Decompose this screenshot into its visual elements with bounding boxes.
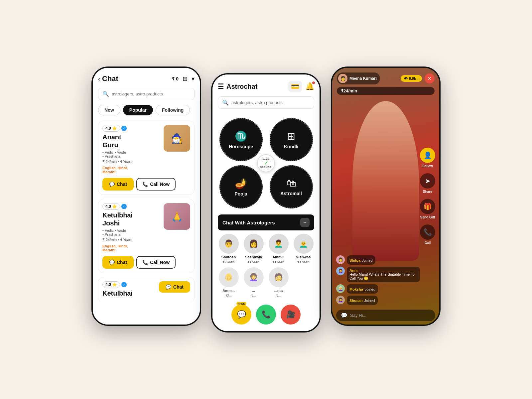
chat-with-title: Chat With Astrologers (222, 220, 275, 225)
experience-2: 4 Years (120, 238, 132, 242)
tab-new[interactable]: New (98, 105, 120, 115)
card-buttons-1: 💬 Chat 📞 Call Now (102, 178, 190, 191)
chat-button-1[interactable]: 💬 Chat (102, 178, 134, 191)
chat-with-section: Chat With Astrologers → 👨 Santosh ₹22/Mi… (218, 214, 314, 298)
chat-list-screen: ‹ Chat ₹ 0 ⊞ ▾ 🔍 New Popular Following (93, 68, 200, 325)
card-buttons-2: 💬 Chat 📞 Call Now (102, 256, 190, 269)
shilpa-msg-content: Shilpa Joined (347, 255, 375, 265)
live-user-badge[interactable]: 👩 Meena Kumari (337, 72, 380, 84)
sashikala-price: ₹17/Min (247, 260, 259, 264)
mini-astrologer-sashikala[interactable]: 👩 Sashikala ₹17/Min (243, 234, 264, 264)
category-horoscope[interactable]: ♏ Horoscope (219, 118, 263, 161)
mini-astrologer-santosh[interactable]: 👨 Santosh ₹22/Min (218, 234, 239, 264)
chat-button-3[interactable]: 💬 Chat (159, 281, 190, 293)
wallet-icon[interactable]: 💳 (288, 81, 302, 92)
chevron-icon: › (417, 76, 419, 80)
bottom-nav-btns: FREE 💬 📞 🎥 (218, 305, 314, 325)
follow-action[interactable]: 👤 Follow (420, 148, 435, 168)
chat-with-header: Chat With Astrologers → (218, 214, 314, 230)
mini-astrologer-6[interactable]: 👩‍🦱 ... ₹... (243, 267, 264, 298)
call-action[interactable]: 📞 Call (420, 224, 435, 245)
check-icon: ✓ (264, 161, 268, 166)
safe-secure-badge: SAFE ✓ SECURE (257, 154, 275, 172)
menu-icon[interactable]: ☰ (218, 82, 224, 90)
astrologers-row: 👨 Santosh ₹22/Min 👩 Sashikala ₹17/Min 👨‍… (218, 234, 314, 264)
say-hi-placeholder: Say Hi... (350, 313, 366, 318)
vishwas-price: ₹17/Min (297, 260, 309, 264)
chat-label-1: Chat (117, 182, 127, 187)
card-info-3: 4.0 ⭐ ✓ Ketulbhai (102, 281, 159, 299)
amm-avatar: 👴 (219, 267, 239, 287)
chat-label-2: Chat (117, 260, 127, 265)
tabs-row: New Popular Following (98, 105, 195, 115)
notification-icon[interactable]: 🔔 (305, 82, 314, 91)
gift-action[interactable]: 🎁 Send Gift (420, 199, 435, 219)
chat-header: ‹ Chat ₹ 0 ⊞ ▾ (98, 74, 195, 83)
astrologer-name-2: KetulbhaiJoshi (102, 211, 164, 227)
chat-button-2[interactable]: 💬 Chat (102, 256, 134, 269)
chat-icon-2: 💬 (109, 260, 115, 265)
viewers-badge: 👁 9.9k › (401, 75, 422, 82)
search-input-2[interactable] (231, 100, 310, 105)
anni-avatar: 👩‍🦱 (336, 267, 345, 275)
shusan-joined: Joined (364, 299, 375, 303)
a7-name: ...nta (274, 289, 283, 293)
a6-avatar: 👩‍🦱 (244, 267, 264, 287)
filter-icon[interactable]: ▾ (192, 75, 195, 82)
chat-nav-btn[interactable]: 💬 (231, 305, 251, 325)
call-button-1[interactable]: 📞 Call Now (136, 178, 176, 191)
call-nav-btn[interactable]: 📞 (256, 305, 276, 325)
mini-astrologer-amm[interactable]: 👴 Amm... ₹2... (218, 267, 239, 298)
chat-messages: 👩 Shilpa Joined 👩‍🦱 Anni Hello Mam! What… (336, 255, 435, 305)
card-info-2: 4.0 ⭐ ✓ KetulbhaiJoshi • Vedic • Vastu• … (102, 203, 164, 252)
chat-header-left: ‹ Chat (98, 74, 118, 83)
verified-icon-1: ✓ (121, 126, 127, 131)
amit-name: Amit Ji (272, 255, 285, 259)
tab-following[interactable]: Following (156, 105, 190, 115)
balance-display: ₹ 0 (172, 76, 179, 81)
price-per-min: ₹24/min (337, 87, 435, 95)
share-action[interactable]: ➤ Share (420, 173, 435, 194)
close-live-button[interactable]: ✕ (425, 73, 435, 83)
specialties-1: • Vedic • Vastu• Prashana (102, 150, 164, 158)
horoscope-icon: ♏ (235, 130, 247, 142)
live-stream-screen: 👩 Meena Kumari 👁 9.9k › ✕ ₹24/min (332, 68, 439, 325)
call-button-2[interactable]: 📞 Call Now (136, 256, 176, 269)
category-kundli[interactable]: ⊞ Kundli (270, 118, 313, 161)
santosh-price: ₹22/Min (222, 260, 234, 264)
search-bar-2: 🔍 (218, 96, 314, 109)
languages-2: English, Hindi,Marathi (102, 244, 164, 252)
star-icon-2: ⭐ (112, 204, 117, 209)
kundli-label: Kundli (284, 144, 299, 149)
live-user-name: Meena Kumari (349, 76, 377, 81)
say-hi-bar[interactable]: 💬 Say Hi... (336, 310, 435, 321)
mini-astrologer-7[interactable]: 🧑 ...nta ₹... (268, 267, 289, 298)
card-image-1: 🧙‍♂️ (164, 125, 190, 152)
card-top-row-3: 4.0 ⭐ ✓ Ketulbhai 💬 Chat (102, 281, 190, 299)
price-exp-1: ₹ 24/min • 4 Years (102, 160, 164, 164)
tab-popular[interactable]: Popular (123, 105, 153, 115)
vishwas-name: Vishwas (296, 255, 311, 259)
app-title: Astrochat (226, 83, 257, 90)
category-pooja[interactable]: 🪔 Pooja (219, 165, 263, 208)
call-label: Call (425, 241, 431, 245)
live-right-actions: 👤 Follow ➤ Share 🎁 Send Gift 📞 Call (420, 148, 435, 245)
arrow-button[interactable]: → (300, 218, 310, 227)
chat-header-right: ₹ 0 ⊞ ▾ (172, 75, 195, 82)
eye-icon: 👁 (404, 76, 408, 80)
astrologer-card-2: 4.0 ⭐ ✓ KetulbhaiJoshi • Vedic • Vastu• … (98, 199, 195, 273)
bottom-nav-astrochat: FREE 💬 📞 🎥 (218, 301, 314, 325)
back-arrow-icon[interactable]: ‹ (98, 75, 100, 82)
grid-icon[interactable]: ⊞ (183, 75, 188, 82)
amm-price: ₹2... (225, 294, 232, 298)
shusan-sender: Shusan (349, 299, 363, 303)
astrologer-name-3: Ketulbhai (102, 289, 159, 297)
search-input[interactable] (112, 91, 190, 96)
category-astromall[interactable]: 🛍 Astromall (270, 165, 313, 208)
follow-icon: 👤 (420, 148, 435, 163)
video-nav-btn[interactable]: 🎥 (281, 305, 301, 325)
msg-shilpa: 👩 Shilpa Joined (336, 255, 435, 265)
mini-astrologer-vishwas[interactable]: 👨‍🦳 Vishwas ₹17/Min (293, 234, 314, 264)
rating-row-1: 4.0 ⭐ ✓ (102, 125, 164, 132)
mini-astrologer-amit[interactable]: 👨‍🦱 Amit Ji ₹12/Min (268, 234, 289, 264)
